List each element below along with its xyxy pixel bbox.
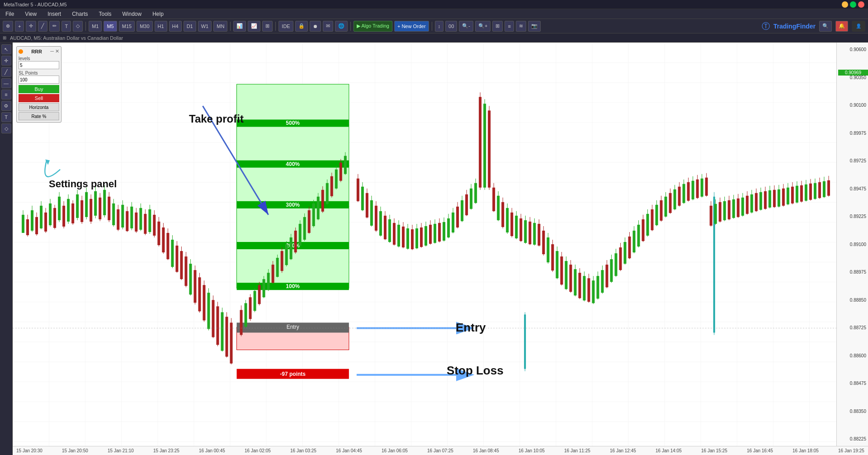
sl-points-input[interactable] (19, 76, 59, 84)
lock-button[interactable]: 🔒 (295, 21, 308, 32)
tf-d1[interactable]: D1 (184, 21, 196, 32)
time-label-18: 16 Jan 18:05 (793, 448, 819, 453)
close-button[interactable] (858, 1, 864, 8)
toolbar-sep-1 (85, 22, 86, 31)
svg-text:500%: 500% (286, 120, 300, 126)
svg-text:300%: 300% (286, 202, 300, 208)
rate-button[interactable]: Rate % (19, 112, 59, 120)
lt-shape[interactable]: ◇ (1, 123, 11, 133)
levels-button[interactable]: ≡ (505, 21, 514, 32)
chart-icon: ⊞ (3, 35, 6, 40)
time-label-2: 15 Jan 20:50 (62, 448, 88, 453)
chart-type-button[interactable]: 📊 (233, 21, 246, 32)
price-label-6: 0.89475 (839, 186, 866, 191)
title-bar-controls (842, 1, 864, 8)
draw-button[interactable]: ✏ (49, 21, 60, 32)
tf-mn[interactable]: MN (213, 21, 227, 32)
grid-button[interactable]: ⊞ (492, 21, 503, 32)
new-chart-button[interactable]: ⊕ (3, 21, 13, 32)
zoom-in-button[interactable]: + (15, 21, 24, 32)
svg-rect-10 (237, 207, 349, 247)
levels-label: levels (19, 56, 59, 61)
text-button[interactable]: T (61, 21, 71, 32)
time-label-6: 16 Jan 02:05 (245, 448, 271, 453)
mail-button[interactable]: ✉ (323, 21, 333, 32)
tf-h1[interactable]: H1 (155, 21, 167, 32)
price-label-12: 0.88600 (839, 353, 866, 358)
crosshair-button[interactable]: ✛ (26, 21, 36, 32)
subtoolbar: ⊞ AUDCAD, M5: Australian Dollar vs Canad… (0, 33, 868, 43)
menu-charts[interactable]: Charts (70, 10, 90, 18)
lt-channel[interactable]: ≡ (1, 90, 11, 100)
ohlc-button[interactable]: 00 (445, 21, 457, 32)
lt-line[interactable]: ╱ (1, 67, 11, 77)
menu-insert[interactable]: Insert (46, 10, 63, 18)
time-label-12: 16 Jan 10:05 (519, 448, 545, 453)
user-icon: 👤 (856, 24, 861, 28)
lt-hline[interactable]: — (1, 78, 11, 88)
horizontal-button[interactable]: Horizonta (19, 103, 59, 111)
user-avatar: 👤 (852, 21, 865, 32)
menu-window[interactable]: Window (121, 10, 144, 18)
price-axis: 0.90969 0.90600 0.90350 0.90100 0.89975 … (836, 43, 868, 446)
price-label-14: 0.88350 (839, 409, 866, 414)
notification-button[interactable]: 🔔 (835, 21, 848, 32)
news-button[interactable]: 🌐 (335, 21, 348, 32)
price-label-10: 0.88850 (839, 298, 866, 303)
settings-panel: RRR ─ ✕ levels SL Points Buy Sell Horizo… (16, 46, 61, 123)
line-button[interactable]: ╱ (38, 21, 47, 32)
depth-button[interactable]: ≋ (516, 21, 526, 32)
menu-view[interactable]: View (23, 10, 38, 18)
new-order-button[interactable]: + New Order (394, 21, 429, 32)
sell-button[interactable]: Sell (19, 94, 59, 102)
toolbar-sep-5 (432, 22, 432, 31)
price-label-15: 0.88225 (839, 436, 866, 441)
svg-text:100%: 100% (286, 283, 300, 289)
shape-button[interactable]: ◇ (73, 21, 83, 32)
levels-input[interactable] (19, 61, 59, 69)
tf-w1[interactable]: W1 (198, 21, 212, 32)
time-axis: 15 Jan 20:30 15 Jan 20:50 15 Jan 21:10 1… (13, 446, 868, 455)
lt-fib[interactable]: Φ (1, 101, 11, 111)
tf-m1[interactable]: M1 (89, 21, 102, 32)
menu-help[interactable]: Help (151, 10, 165, 18)
rec-button[interactable]: ⏺ (310, 21, 321, 32)
buy-sell-button[interactable]: ↕ (435, 21, 444, 32)
tf-m30[interactable]: M30 (137, 21, 152, 32)
buy-button[interactable]: Buy (19, 85, 59, 93)
zoom-in2-button[interactable]: 🔍+ (475, 21, 491, 32)
search-button[interactable]: 🔍 (819, 21, 832, 32)
menu-tools[interactable]: Tools (97, 10, 113, 18)
toolbar: ⊕ + ✛ ╱ ✏ T ◇ M1 M5 M15 M30 H1 H4 D1 W1 … (0, 19, 868, 33)
price-label-3: 0.90100 (839, 103, 866, 108)
title-bar: MetaTrader 5 - AUDCAD,M5 (0, 0, 868, 9)
lt-crosshair[interactable]: ✛ (1, 56, 11, 66)
price-label-1: 0.90600 (839, 47, 866, 52)
zoom-out-button[interactable]: 🔍- (459, 21, 473, 32)
tf-m15[interactable]: M15 (119, 21, 135, 32)
tf-m5[interactable]: M5 (104, 21, 117, 32)
time-label-15: 16 Jan 14:05 (656, 448, 682, 453)
minimize-button[interactable] (842, 1, 848, 8)
indicator-button[interactable]: 📈 (248, 21, 260, 32)
lt-cursor[interactable]: ↖ (1, 44, 11, 54)
chart-wrapper: -97 points Entry 100% 200% 300% (13, 43, 868, 455)
time-label-13: 16 Jan 11:25 (564, 448, 590, 453)
symbol-info: AUDCAD, M5: Australian Dollar vs Canadia… (10, 35, 123, 41)
panel-close-button[interactable]: ─ ✕ (50, 48, 59, 54)
screenshot-button[interactable]: 📷 (528, 21, 541, 32)
time-label-9: 16 Jan 06:05 (382, 448, 408, 453)
price-label-13: 0.88475 (839, 381, 866, 386)
svg-rect-19 (237, 84, 349, 125)
tf-h4[interactable]: H4 (169, 21, 182, 32)
menu-file[interactable]: File (4, 10, 16, 18)
algo-trading-button[interactable]: ▶ Algo Trading (354, 21, 392, 32)
price-label-9: 0.88975 (839, 270, 866, 275)
svg-rect-7 (237, 247, 349, 288)
template-button[interactable]: ⊞ (262, 21, 273, 32)
maximize-button[interactable] (850, 1, 856, 8)
lt-text[interactable]: T (1, 112, 11, 122)
chart-svg: -97 points Entry 100% 200% 300% (13, 43, 836, 446)
ide-button[interactable]: IDE (278, 21, 293, 32)
chart-canvas[interactable]: -97 points Entry 100% 200% 300% (13, 43, 836, 446)
